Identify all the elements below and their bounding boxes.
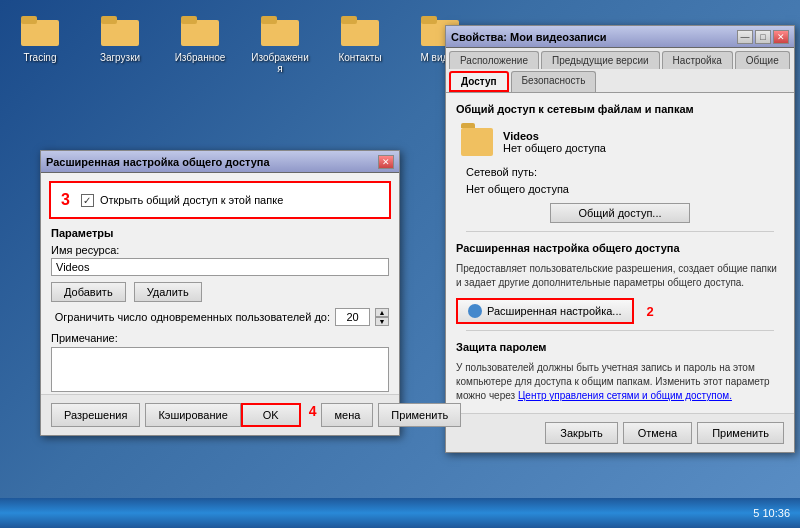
advanced-description: Предоставляет пользовательские разрешени…	[456, 262, 784, 290]
note-label: Примечание:	[51, 332, 389, 344]
tab-location[interactable]: Расположение	[449, 51, 539, 69]
network-path-value: Нет общего доступа	[466, 183, 774, 195]
properties-titlebar: Свойства: Мои видеозаписи — □ ✕	[446, 26, 794, 48]
open-access-label: Открыть общий доступ к этой папке	[100, 194, 283, 206]
folder-icon	[20, 9, 60, 49]
properties-window: Свойства: Мои видеозаписи — □ ✕ Располож…	[445, 25, 795, 453]
password-section: Защита паролем У пользователей должны бы…	[456, 341, 784, 403]
desktop-icon-downloads[interactable]: Загрузки	[85, 5, 155, 67]
checkmark-icon: ✓	[83, 195, 91, 206]
share-button[interactable]: Общий доступ...	[550, 203, 690, 223]
close-footer-button[interactable]: Закрыть	[545, 422, 617, 444]
limit-label: Ограничить число одновременных пользоват…	[51, 311, 330, 323]
share-section-title: Общий доступ к сетевым файлам и папкам	[456, 103, 784, 115]
badge-2: 2	[647, 304, 654, 319]
svg-rect-5	[181, 16, 197, 24]
share-icon-row: Videos Нет общего доступа	[456, 123, 784, 161]
network-center-link[interactable]: Центр управления сетями и общим доступом…	[518, 390, 732, 401]
permissions-button[interactable]: Разрешения	[51, 403, 140, 427]
spin-up-button[interactable]: ▲	[375, 308, 389, 317]
share-info: Videos Нет общего доступа	[503, 130, 606, 154]
icon-label-images: Изображения	[249, 52, 311, 74]
params-section: Параметры Имя ресурса: Добавить Удалить …	[41, 227, 399, 326]
desktop: Tracing Загрузки Избранное	[0, 0, 800, 528]
spin-buttons: ▲ ▼	[375, 308, 389, 326]
note-section: Примечание:	[41, 332, 399, 394]
ok-button[interactable]: OK	[241, 403, 301, 427]
add-remove-btn-row: Добавить Удалить	[51, 282, 389, 302]
folder-icon	[100, 9, 140, 49]
caching-button[interactable]: Кэширование	[145, 403, 240, 427]
badge-4: 4	[309, 403, 317, 427]
open-access-checkbox[interactable]: ✓	[81, 194, 94, 207]
desktop-icon-tracing[interactable]: Tracing	[5, 5, 75, 67]
adv-cancel-button[interactable]: мена	[321, 403, 373, 427]
close-button[interactable]: ✕	[773, 30, 789, 44]
desktop-icon-images[interactable]: Изображения	[245, 5, 315, 78]
properties-footer: Закрыть Отмена Применить	[446, 413, 794, 452]
svg-rect-3	[101, 16, 117, 24]
folder-icon-large	[461, 128, 493, 156]
adv-share-footer: Разрешения Кэширование OK 4 мена Примени…	[41, 394, 399, 435]
taskbar: 5 10:36	[0, 498, 800, 528]
minimize-button[interactable]: —	[737, 30, 753, 44]
svg-rect-11	[421, 16, 437, 24]
svg-rect-7	[261, 16, 277, 24]
svg-rect-1	[21, 16, 37, 24]
advanced-btn-label: Расширенная настройка...	[487, 305, 622, 317]
adv-footer-left: Разрешения Кэширование	[51, 403, 241, 427]
advanced-section: Расширенная настройка общего доступа Пре…	[456, 242, 784, 324]
properties-title: Свойства: Мои видеозаписи	[451, 31, 607, 43]
tab-general[interactable]: Общие	[735, 51, 790, 69]
network-path-section: Сетевой путь: Нет общего доступа	[456, 166, 784, 195]
badge-3: 3	[61, 191, 70, 209]
spin-down-button[interactable]: ▼	[375, 317, 389, 326]
adv-apply-button[interactable]: Применить	[378, 403, 461, 427]
desktop-icon-favorites[interactable]: Избранное	[165, 5, 235, 67]
password-section-title: Защита паролем	[456, 341, 784, 353]
adv-share-title: Расширенная настройка общего доступа	[46, 156, 270, 168]
maximize-button[interactable]: □	[755, 30, 771, 44]
separator1	[466, 231, 774, 232]
svg-rect-9	[341, 16, 357, 24]
folder-icon	[260, 9, 300, 49]
gear-icon	[468, 304, 482, 318]
apply-footer-button[interactable]: Применить	[697, 422, 784, 444]
advanced-section-title: Расширенная настройка общего доступа	[456, 242, 784, 254]
adv-share-window: Расширенная настройка общего доступа ✕ 3…	[40, 150, 400, 436]
folder-icon	[340, 9, 380, 49]
properties-tab-bar: Расположение Предыдущие версии Настройка…	[446, 48, 794, 93]
limit-row: Ограничить число одновременных пользоват…	[51, 308, 389, 326]
icon-label-tracing: Tracing	[9, 52, 71, 63]
icon-label-contacts: Контакты	[329, 52, 391, 63]
icon-label-favorites: Избранное	[169, 52, 231, 63]
note-textarea[interactable]	[51, 347, 389, 392]
separator2	[466, 330, 774, 331]
icon-label-downloads: Загрузки	[89, 52, 151, 63]
properties-content: Общий доступ к сетевым файлам и папкам V…	[446, 93, 794, 413]
open-access-checkbox-row: 3 ✓ Открыть общий доступ к этой папке	[49, 181, 391, 219]
resource-name-input[interactable]	[51, 258, 389, 276]
adv-share-controls: ✕	[378, 155, 394, 169]
tab-previous-versions[interactable]: Предыдущие версии	[541, 51, 660, 69]
limit-input[interactable]	[335, 308, 370, 326]
network-path-label: Сетевой путь:	[466, 166, 774, 178]
cancel-footer-button[interactable]: Отмена	[623, 422, 692, 444]
adv-close-button[interactable]: ✕	[378, 155, 394, 169]
properties-window-controls: — □ ✕	[737, 30, 789, 44]
desktop-icon-contacts[interactable]: Контакты	[325, 5, 395, 67]
tab-access[interactable]: Доступ	[449, 71, 509, 92]
taskbar-time: 5 10:36	[753, 507, 790, 519]
tab-security[interactable]: Безопасность	[511, 71, 597, 92]
folder-icon	[180, 9, 220, 49]
add-button[interactable]: Добавить	[51, 282, 126, 302]
tab-settings[interactable]: Настройка	[662, 51, 733, 69]
folder-name: Videos	[503, 130, 606, 142]
share-status: Нет общего доступа	[503, 142, 606, 154]
advanced-settings-button[interactable]: Расширенная настройка...	[456, 298, 634, 324]
params-title: Параметры	[51, 227, 389, 239]
resource-name-row: Имя ресурса:	[51, 244, 389, 276]
adv-footer-right: OK 4 мена Применить	[241, 403, 461, 427]
remove-button[interactable]: Удалить	[134, 282, 202, 302]
resource-name-label: Имя ресурса:	[51, 244, 389, 256]
